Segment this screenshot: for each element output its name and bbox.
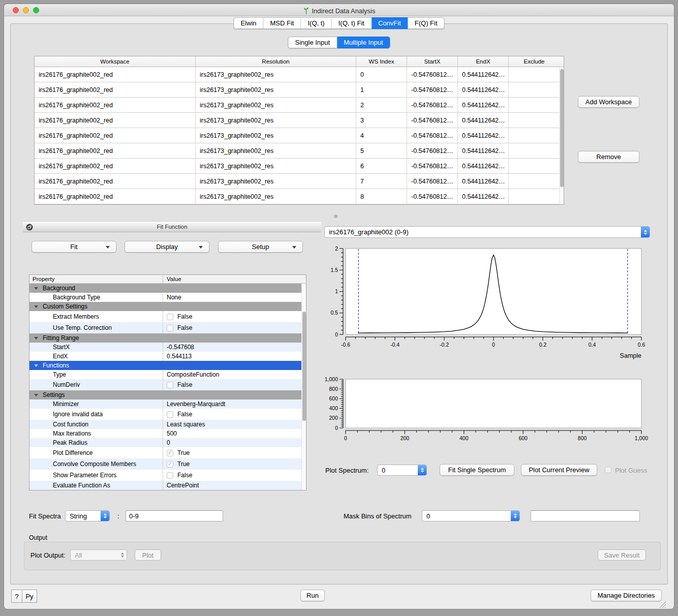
property-item-row[interactable]: Cost functionLeast squares: [29, 420, 306, 429]
cell-exclude[interactable]: [509, 82, 560, 97]
save-result-button[interactable]: Save Result: [598, 549, 646, 561]
cell-resolution[interactable]: irs26173_graphite002_res: [196, 174, 356, 189]
cell-workspace[interactable]: irs26176_graphite002_red: [35, 174, 196, 189]
mask-spectrum-combo[interactable]: 0: [422, 510, 520, 521]
cell-exclude[interactable]: [509, 113, 560, 128]
fit-single-spectrum-button[interactable]: Fit Single Spectrum: [440, 464, 514, 476]
checkbox-unchecked-icon[interactable]: [167, 325, 173, 331]
tab-elwin[interactable]: Elwin: [233, 17, 263, 29]
plot-output-combo[interactable]: All: [70, 549, 127, 561]
cell-endx[interactable]: 0.544112642…: [458, 189, 509, 204]
property-value[interactable]: False: [163, 409, 306, 420]
property-table-scrollbar[interactable]: [301, 284, 306, 490]
remove-workspace-button[interactable]: Remove: [578, 151, 639, 163]
table-row[interactable]: irs26176_graphite002_redirs26173_graphit…: [35, 113, 564, 128]
fit-preview-plot[interactable]: 02004006008001,00002004006008001,000: [323, 375, 655, 442]
checkbox-unchecked-icon[interactable]: [167, 411, 173, 418]
property-item-row[interactable]: Peak Radius0: [29, 438, 306, 447]
plot-current-preview-button[interactable]: Plot Current Preview: [521, 464, 597, 476]
resize-grip-icon[interactable]: [658, 600, 666, 608]
sample-preview-plot[interactable]: 00.511.52-0.6-0.4-0.200.20.40.6Sample: [323, 245, 655, 365]
run-button[interactable]: Run: [300, 590, 325, 601]
cell-endx[interactable]: 0.544112642…: [458, 174, 509, 189]
cell-startx[interactable]: -0.54760812…: [407, 143, 458, 158]
expand-triangle-icon[interactable]: [34, 337, 38, 340]
cell-ws-index[interactable]: 1: [356, 82, 407, 97]
cell-ws-index[interactable]: 8: [356, 189, 407, 204]
cell-exclude[interactable]: [509, 67, 560, 82]
cell-endx[interactable]: 0.544112642…: [458, 82, 509, 97]
cell-startx[interactable]: -0.54760812…: [407, 128, 458, 143]
table-row[interactable]: irs26176_graphite002_redirs26173_graphit…: [35, 128, 564, 143]
cell-workspace[interactable]: irs26176_graphite002_red: [35, 143, 196, 158]
table-row[interactable]: irs26176_graphite002_redirs26173_graphit…: [35, 143, 564, 159]
cell-exclude[interactable]: [509, 128, 560, 143]
fit-menu-button[interactable]: Fit: [32, 241, 116, 253]
property-group-row[interactable]: Fitting Range: [29, 333, 306, 343]
column-header-startx[interactable]: StartX: [407, 56, 458, 67]
table-row[interactable]: irs26176_graphite002_redirs26173_graphit…: [35, 174, 564, 189]
property-item-row[interactable]: EndX0.544113: [29, 352, 306, 361]
expand-triangle-icon[interactable]: [34, 364, 38, 367]
cell-resolution[interactable]: irs26173_graphite002_res: [196, 98, 356, 112]
cell-workspace[interactable]: irs26176_graphite002_red: [35, 67, 196, 82]
cell-ws-index[interactable]: 2: [356, 98, 407, 112]
cell-resolution[interactable]: irs26173_graphite002_res: [196, 159, 356, 173]
property-group-row[interactable]: Functions: [29, 361, 306, 370]
cell-ws-index[interactable]: 6: [356, 159, 407, 173]
cell-ws-index[interactable]: 4: [356, 128, 407, 143]
column-header-ws-index[interactable]: WS Index: [356, 56, 407, 67]
cell-endx[interactable]: 0.544112642…: [458, 159, 509, 173]
property-item-row[interactable]: Convolve Composite MembersTrue: [29, 458, 306, 470]
cell-resolution[interactable]: irs26173_graphite002_res: [196, 82, 356, 97]
input-tab-multiple-input[interactable]: Multiple Input: [337, 37, 390, 48]
cell-resolution[interactable]: irs26173_graphite002_res: [196, 113, 356, 128]
property-value[interactable]: True: [163, 447, 306, 458]
property-item-row[interactable]: Ignore invalid dataFalse: [29, 409, 306, 420]
property-item-row[interactable]: Evaluate Function AsCentrePoint: [29, 481, 306, 490]
property-item-row[interactable]: Background TypeNone: [29, 293, 306, 302]
cell-workspace[interactable]: irs26176_graphite002_red: [35, 98, 196, 112]
property-group-row[interactable]: Custom Settings: [29, 302, 306, 311]
property-value[interactable]: 0.544113: [163, 352, 306, 361]
cell-startx[interactable]: -0.54760812…: [407, 113, 458, 128]
property-value[interactable]: Levenberg-Marquardt: [163, 399, 306, 409]
property-value[interactable]: 0: [163, 438, 306, 447]
cell-startx[interactable]: -0.54760812…: [407, 189, 458, 204]
scrollbar-thumb[interactable]: [560, 69, 564, 187]
cell-startx[interactable]: -0.54760812…: [407, 82, 458, 97]
table-row[interactable]: irs26176_graphite002_redirs26173_graphit…: [35, 159, 564, 174]
cell-startx[interactable]: -0.54760812…: [407, 174, 458, 189]
property-item-row[interactable]: Show Parameter ErrorsFalse: [29, 470, 306, 481]
expand-triangle-icon[interactable]: [34, 287, 38, 290]
table-row[interactable]: irs26176_graphite002_redirs26173_graphit…: [35, 67, 564, 82]
property-item-row[interactable]: Plot DifferenceTrue: [29, 447, 306, 458]
cell-endx[interactable]: 0.544112642…: [458, 113, 509, 128]
property-group-row[interactable]: Background: [29, 284, 306, 293]
cell-resolution[interactable]: irs26173_graphite002_res: [196, 189, 356, 204]
checkbox-checked-icon[interactable]: [167, 461, 173, 468]
cell-endx[interactable]: 0.544112642…: [458, 67, 509, 82]
table-row[interactable]: irs26176_graphite002_redirs26173_graphit…: [35, 98, 564, 113]
property-value[interactable]: None: [163, 293, 306, 302]
cell-endx[interactable]: 0.544112642…: [458, 98, 509, 112]
manage-directories-button[interactable]: Manage Directories: [591, 590, 662, 601]
cell-exclude[interactable]: [509, 98, 560, 112]
property-item-row[interactable]: TypeCompositeFunction: [29, 370, 306, 379]
cell-workspace[interactable]: irs26176_graphite002_red: [35, 113, 196, 128]
cell-resolution[interactable]: irs26173_graphite002_res: [196, 128, 356, 143]
setup-menu-button[interactable]: Setup: [218, 241, 303, 253]
column-header-resolution[interactable]: Resolution: [196, 56, 356, 67]
column-header-exclude[interactable]: Exclude: [509, 56, 560, 67]
checkbox-unchecked-icon[interactable]: [167, 472, 173, 479]
tab-i-q-t[interactable]: I(Q, t): [301, 17, 331, 29]
preview-workspace-selector[interactable]: irs26176_graphite002 (0-9): [324, 226, 650, 238]
cell-ws-index[interactable]: 3: [356, 113, 407, 128]
cell-workspace[interactable]: irs26176_graphite002_red: [35, 128, 196, 143]
column-header-endx[interactable]: EndX: [458, 56, 509, 67]
property-value[interactable]: CompositeFunction: [163, 370, 306, 379]
fit-spectra-mode-combo[interactable]: String: [65, 510, 110, 521]
cell-exclude[interactable]: [509, 174, 560, 189]
cell-startx[interactable]: -0.54760812…: [407, 159, 458, 173]
python-export-button[interactable]: Py: [22, 590, 37, 603]
